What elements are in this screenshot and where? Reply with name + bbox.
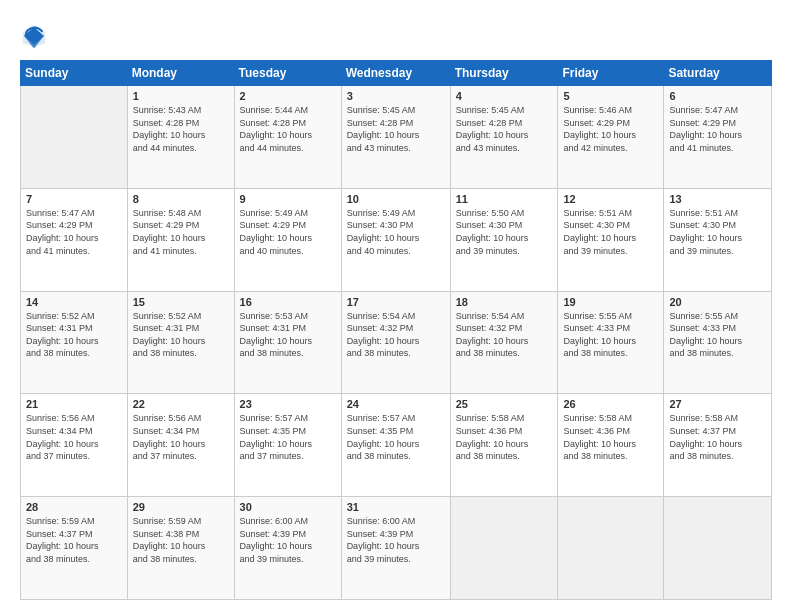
day-info: Sunrise: 5:56 AM Sunset: 4:34 PM Dayligh… bbox=[26, 412, 122, 462]
day-info: Sunrise: 5:44 AM Sunset: 4:28 PM Dayligh… bbox=[240, 104, 336, 154]
day-info: Sunrise: 5:58 AM Sunset: 4:36 PM Dayligh… bbox=[563, 412, 658, 462]
day-number: 29 bbox=[133, 501, 229, 513]
day-info: Sunrise: 5:58 AM Sunset: 4:36 PM Dayligh… bbox=[456, 412, 553, 462]
calendar-header-row: SundayMondayTuesdayWednesdayThursdayFrid… bbox=[21, 61, 772, 86]
day-number: 27 bbox=[669, 398, 766, 410]
day-info: Sunrise: 6:00 AM Sunset: 4:39 PM Dayligh… bbox=[240, 515, 336, 565]
day-info: Sunrise: 5:52 AM Sunset: 4:31 PM Dayligh… bbox=[133, 310, 229, 360]
calendar-cell: 23Sunrise: 5:57 AM Sunset: 4:35 PM Dayli… bbox=[234, 394, 341, 497]
day-info: Sunrise: 5:56 AM Sunset: 4:34 PM Dayligh… bbox=[133, 412, 229, 462]
calendar-cell: 30Sunrise: 6:00 AM Sunset: 4:39 PM Dayli… bbox=[234, 497, 341, 600]
day-info: Sunrise: 5:59 AM Sunset: 4:38 PM Dayligh… bbox=[133, 515, 229, 565]
calendar-cell: 11Sunrise: 5:50 AM Sunset: 4:30 PM Dayli… bbox=[450, 188, 558, 291]
day-info: Sunrise: 5:59 AM Sunset: 4:37 PM Dayligh… bbox=[26, 515, 122, 565]
calendar-header-sunday: Sunday bbox=[21, 61, 128, 86]
day-info: Sunrise: 6:00 AM Sunset: 4:39 PM Dayligh… bbox=[347, 515, 445, 565]
calendar-cell: 20Sunrise: 5:55 AM Sunset: 4:33 PM Dayli… bbox=[664, 291, 772, 394]
page: SundayMondayTuesdayWednesdayThursdayFrid… bbox=[0, 0, 792, 612]
day-number: 1 bbox=[133, 90, 229, 102]
day-info: Sunrise: 5:43 AM Sunset: 4:28 PM Dayligh… bbox=[133, 104, 229, 154]
day-number: 5 bbox=[563, 90, 658, 102]
day-number: 11 bbox=[456, 193, 553, 205]
day-number: 28 bbox=[26, 501, 122, 513]
day-number: 22 bbox=[133, 398, 229, 410]
day-number: 21 bbox=[26, 398, 122, 410]
calendar-cell: 14Sunrise: 5:52 AM Sunset: 4:31 PM Dayli… bbox=[21, 291, 128, 394]
calendar-week-5: 28Sunrise: 5:59 AM Sunset: 4:37 PM Dayli… bbox=[21, 497, 772, 600]
logo bbox=[20, 18, 52, 50]
calendar-cell bbox=[21, 86, 128, 189]
calendar-cell: 9Sunrise: 5:49 AM Sunset: 4:29 PM Daylig… bbox=[234, 188, 341, 291]
calendar-cell: 6Sunrise: 5:47 AM Sunset: 4:29 PM Daylig… bbox=[664, 86, 772, 189]
calendar-cell bbox=[558, 497, 664, 600]
calendar-header-thursday: Thursday bbox=[450, 61, 558, 86]
calendar-cell: 21Sunrise: 5:56 AM Sunset: 4:34 PM Dayli… bbox=[21, 394, 128, 497]
calendar-cell: 4Sunrise: 5:45 AM Sunset: 4:28 PM Daylig… bbox=[450, 86, 558, 189]
calendar-header-friday: Friday bbox=[558, 61, 664, 86]
calendar-cell: 24Sunrise: 5:57 AM Sunset: 4:35 PM Dayli… bbox=[341, 394, 450, 497]
day-number: 18 bbox=[456, 296, 553, 308]
calendar-cell: 3Sunrise: 5:45 AM Sunset: 4:28 PM Daylig… bbox=[341, 86, 450, 189]
calendar-cell: 8Sunrise: 5:48 AM Sunset: 4:29 PM Daylig… bbox=[127, 188, 234, 291]
calendar-cell: 27Sunrise: 5:58 AM Sunset: 4:37 PM Dayli… bbox=[664, 394, 772, 497]
day-number: 25 bbox=[456, 398, 553, 410]
day-info: Sunrise: 5:54 AM Sunset: 4:32 PM Dayligh… bbox=[456, 310, 553, 360]
day-info: Sunrise: 5:58 AM Sunset: 4:37 PM Dayligh… bbox=[669, 412, 766, 462]
calendar-cell: 28Sunrise: 5:59 AM Sunset: 4:37 PM Dayli… bbox=[21, 497, 128, 600]
day-info: Sunrise: 5:48 AM Sunset: 4:29 PM Dayligh… bbox=[133, 207, 229, 257]
calendar-cell: 13Sunrise: 5:51 AM Sunset: 4:30 PM Dayli… bbox=[664, 188, 772, 291]
calendar-header-wednesday: Wednesday bbox=[341, 61, 450, 86]
day-info: Sunrise: 5:49 AM Sunset: 4:30 PM Dayligh… bbox=[347, 207, 445, 257]
day-number: 16 bbox=[240, 296, 336, 308]
day-number: 30 bbox=[240, 501, 336, 513]
day-info: Sunrise: 5:57 AM Sunset: 4:35 PM Dayligh… bbox=[347, 412, 445, 462]
calendar-cell: 16Sunrise: 5:53 AM Sunset: 4:31 PM Dayli… bbox=[234, 291, 341, 394]
day-number: 14 bbox=[26, 296, 122, 308]
day-info: Sunrise: 5:45 AM Sunset: 4:28 PM Dayligh… bbox=[456, 104, 553, 154]
day-number: 12 bbox=[563, 193, 658, 205]
calendar-header-monday: Monday bbox=[127, 61, 234, 86]
day-info: Sunrise: 5:49 AM Sunset: 4:29 PM Dayligh… bbox=[240, 207, 336, 257]
day-number: 3 bbox=[347, 90, 445, 102]
calendar-cell: 1Sunrise: 5:43 AM Sunset: 4:28 PM Daylig… bbox=[127, 86, 234, 189]
day-info: Sunrise: 5:47 AM Sunset: 4:29 PM Dayligh… bbox=[26, 207, 122, 257]
day-number: 10 bbox=[347, 193, 445, 205]
calendar-cell bbox=[664, 497, 772, 600]
calendar-cell: 5Sunrise: 5:46 AM Sunset: 4:29 PM Daylig… bbox=[558, 86, 664, 189]
day-number: 8 bbox=[133, 193, 229, 205]
day-info: Sunrise: 5:51 AM Sunset: 4:30 PM Dayligh… bbox=[563, 207, 658, 257]
day-info: Sunrise: 5:54 AM Sunset: 4:32 PM Dayligh… bbox=[347, 310, 445, 360]
calendar-header-saturday: Saturday bbox=[664, 61, 772, 86]
day-number: 9 bbox=[240, 193, 336, 205]
calendar-cell: 19Sunrise: 5:55 AM Sunset: 4:33 PM Dayli… bbox=[558, 291, 664, 394]
day-number: 4 bbox=[456, 90, 553, 102]
header bbox=[20, 18, 772, 50]
calendar-week-4: 21Sunrise: 5:56 AM Sunset: 4:34 PM Dayli… bbox=[21, 394, 772, 497]
calendar-cell: 22Sunrise: 5:56 AM Sunset: 4:34 PM Dayli… bbox=[127, 394, 234, 497]
day-number: 19 bbox=[563, 296, 658, 308]
day-info: Sunrise: 5:55 AM Sunset: 4:33 PM Dayligh… bbox=[563, 310, 658, 360]
calendar-cell: 18Sunrise: 5:54 AM Sunset: 4:32 PM Dayli… bbox=[450, 291, 558, 394]
day-number: 2 bbox=[240, 90, 336, 102]
day-info: Sunrise: 5:57 AM Sunset: 4:35 PM Dayligh… bbox=[240, 412, 336, 462]
calendar-cell: 26Sunrise: 5:58 AM Sunset: 4:36 PM Dayli… bbox=[558, 394, 664, 497]
calendar-cell: 17Sunrise: 5:54 AM Sunset: 4:32 PM Dayli… bbox=[341, 291, 450, 394]
calendar-cell: 25Sunrise: 5:58 AM Sunset: 4:36 PM Dayli… bbox=[450, 394, 558, 497]
day-number: 15 bbox=[133, 296, 229, 308]
calendar-week-2: 7Sunrise: 5:47 AM Sunset: 4:29 PM Daylig… bbox=[21, 188, 772, 291]
day-number: 31 bbox=[347, 501, 445, 513]
calendar-week-1: 1Sunrise: 5:43 AM Sunset: 4:28 PM Daylig… bbox=[21, 86, 772, 189]
calendar-cell: 31Sunrise: 6:00 AM Sunset: 4:39 PM Dayli… bbox=[341, 497, 450, 600]
day-info: Sunrise: 5:45 AM Sunset: 4:28 PM Dayligh… bbox=[347, 104, 445, 154]
day-number: 13 bbox=[669, 193, 766, 205]
day-info: Sunrise: 5:50 AM Sunset: 4:30 PM Dayligh… bbox=[456, 207, 553, 257]
calendar-table: SundayMondayTuesdayWednesdayThursdayFrid… bbox=[20, 60, 772, 600]
calendar-week-3: 14Sunrise: 5:52 AM Sunset: 4:31 PM Dayli… bbox=[21, 291, 772, 394]
calendar-cell: 2Sunrise: 5:44 AM Sunset: 4:28 PM Daylig… bbox=[234, 86, 341, 189]
day-number: 26 bbox=[563, 398, 658, 410]
day-info: Sunrise: 5:47 AM Sunset: 4:29 PM Dayligh… bbox=[669, 104, 766, 154]
day-info: Sunrise: 5:55 AM Sunset: 4:33 PM Dayligh… bbox=[669, 310, 766, 360]
calendar-cell: 10Sunrise: 5:49 AM Sunset: 4:30 PM Dayli… bbox=[341, 188, 450, 291]
calendar-cell: 29Sunrise: 5:59 AM Sunset: 4:38 PM Dayli… bbox=[127, 497, 234, 600]
day-info: Sunrise: 5:52 AM Sunset: 4:31 PM Dayligh… bbox=[26, 310, 122, 360]
